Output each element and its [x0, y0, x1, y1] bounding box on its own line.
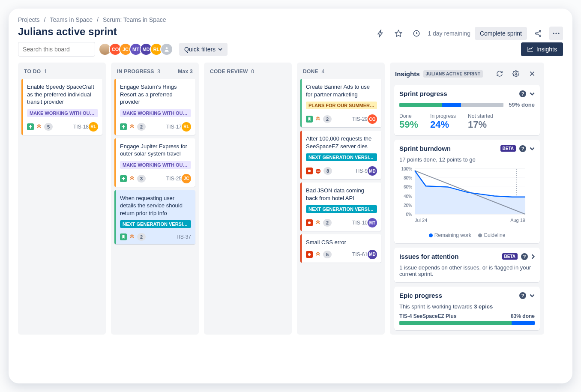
breadcrumb-link[interactable]: Teams in Space: [50, 16, 93, 23]
issue-card[interactable]: Bad JSON data coming back from hotel API…: [300, 183, 381, 231]
column-codereview: CODE REVIEW 0: [204, 63, 292, 335]
breadcrumb-link[interactable]: Scrum: Teams in Space: [103, 16, 166, 23]
bug-issuetype-icon: [306, 168, 313, 174]
issue-key[interactable]: TIS-9: [355, 168, 368, 174]
search-field[interactable]: [22, 45, 99, 53]
column-title: CODE REVIEW: [210, 69, 248, 75]
issue-card[interactable]: When requesting user details the service…: [114, 190, 195, 245]
svg-point-8: [166, 47, 168, 49]
priority-medium-icon: [36, 124, 42, 130]
column-max: Max 3: [178, 69, 193, 75]
chevron-right-icon: [531, 254, 535, 259]
svg-point-9: [308, 170, 311, 172]
priority-medium-icon: [129, 124, 135, 130]
help-icon[interactable]: ?: [519, 145, 526, 152]
story-points-badge: 5: [323, 251, 332, 258]
avatar-MT: MT: [368, 218, 377, 227]
help-icon[interactable]: ?: [519, 292, 526, 299]
avatar-MD: MD: [368, 250, 377, 259]
avatar-GH[interactable]: [160, 43, 173, 56]
help-icon[interactable]: ?: [519, 90, 526, 97]
refresh-icon[interactable]: [493, 67, 506, 81]
app-surface: Projects/ Teams in Space/ Scrum: Teams i…: [9, 9, 572, 383]
issue-key[interactable]: TIS-29: [352, 116, 368, 122]
svg-point-4: [553, 33, 554, 34]
svg-text:80%: 80%: [404, 176, 412, 180]
beta-badge: BETA: [500, 145, 516, 152]
title-actions: 1 day remaining Complete sprint: [374, 27, 563, 40]
epic-chip[interactable]: MAKE WORKING WITH OUR ...: [120, 109, 191, 117]
assignee-filter-avatars[interactable]: COJCMTMDRL: [101, 43, 173, 56]
card-title: Sprint burndown: [399, 145, 451, 152]
story-points-badge: 2: [323, 219, 332, 227]
issue-key[interactable]: TIS-10: [352, 220, 368, 226]
issue-key[interactable]: TIS-25: [166, 176, 182, 182]
bookmark-issuetype-icon: [306, 116, 313, 123]
bug-issuetype-icon: [306, 219, 313, 226]
avatar-CO: CO: [368, 114, 377, 124]
column-header: IN PROGRESS 3Max 3: [114, 66, 195, 79]
epic-progress-bar: [399, 321, 535, 325]
svg-text:40%: 40%: [404, 194, 412, 199]
star-icon[interactable]: [392, 27, 405, 40]
chevron-down-icon[interactable]: [530, 294, 535, 297]
issues-attention-card[interactable]: Issues for attention BETA ? 1 issue depe…: [394, 248, 540, 282]
insights-header: Insights JULIANS ACTIVE SPRINT: [390, 63, 544, 85]
issue-key[interactable]: TIS-61: [352, 251, 368, 257]
issue-key[interactable]: TIS-17: [166, 124, 182, 130]
svg-text:0%: 0%: [406, 212, 413, 217]
svg-text:20%: 20%: [404, 203, 412, 208]
complete-sprint-button[interactable]: Complete sprint: [475, 27, 527, 40]
bug-issuetype-icon: [306, 251, 313, 258]
issue-key[interactable]: TIS-18: [73, 124, 89, 130]
column-count: 0: [251, 69, 254, 75]
issue-key[interactable]: TIS-37: [176, 234, 191, 240]
column-inprogress: IN PROGRESS 3Max 3Engage Saturn's Rings …: [111, 63, 199, 335]
card-summary: Create Banner Ads to use for partner mar…: [306, 83, 377, 98]
card-title: Epic progress: [399, 292, 442, 299]
card-summary: After 100,000 requests the SeeSpaceEZ se…: [306, 135, 377, 150]
insights-button[interactable]: Insights: [521, 42, 563, 56]
epic-chip[interactable]: NEXT GENERATION VERSIO...: [306, 205, 377, 213]
stat-not-started: Not started17%: [468, 113, 493, 130]
story-points-badge: 2: [137, 233, 146, 241]
breadcrumb-link[interactable]: Projects: [18, 16, 40, 23]
svg-text:Aug 19: Aug 19: [510, 218, 525, 223]
column-title: DONE: [303, 69, 318, 75]
svg-point-3: [539, 35, 541, 36]
issue-card[interactable]: Engage Saturn's Rings Resort as a prefer…: [114, 79, 195, 135]
days-remaining: 1 day remaining: [428, 30, 470, 37]
share-icon[interactable]: [531, 27, 545, 40]
stat-in-progress: In progress24%: [430, 113, 456, 130]
quick-filters-button[interactable]: Quick filters: [179, 43, 228, 56]
chevron-down-icon[interactable]: [530, 147, 535, 150]
card-title: Sprint progress: [399, 90, 447, 97]
epic-chip[interactable]: MAKE WORKING WITH OUR ...: [27, 109, 98, 117]
issue-card[interactable]: Small CSS error5TIS-61MD: [300, 234, 381, 263]
chevron-down-icon[interactable]: [530, 92, 535, 96]
stat-done: Done59%: [399, 113, 418, 130]
close-icon[interactable]: [525, 67, 539, 81]
issue-card[interactable]: Create Banner Ads to use for partner mar…: [300, 79, 381, 127]
svg-point-6: [558, 33, 559, 34]
epic-chip[interactable]: NEXT GENERATION VERSIO...: [120, 220, 191, 228]
search-input[interactable]: [18, 42, 95, 57]
more-icon[interactable]: [549, 27, 563, 40]
epic-chip[interactable]: PLANS FOR OUR SUMMER S...: [306, 102, 377, 109]
story-points-badge: 5: [44, 123, 53, 131]
column-header: DONE 4: [300, 66, 381, 79]
progress-done-label: 59% done: [509, 102, 535, 108]
priority-medium-icon: [315, 116, 321, 122]
help-icon[interactable]: ?: [521, 253, 528, 260]
column-title: IN PROGRESS: [117, 69, 154, 75]
issue-card[interactable]: Enable Speedy SpaceCraft as the preferre…: [21, 79, 102, 135]
issue-card[interactable]: Engage Jupiter Express for outer solar s…: [114, 138, 195, 187]
epic-chip[interactable]: NEXT GENERATION VERSIO...: [306, 153, 377, 161]
epic-chip[interactable]: MAKE WORKING WITH OUR ...: [120, 161, 191, 169]
issue-card[interactable]: After 100,000 requests the SeeSpaceEZ se…: [300, 131, 381, 179]
card-summary: Enable Speedy SpaceCraft as the preferre…: [27, 83, 98, 106]
story-points-badge: 2: [323, 115, 332, 123]
card-summary: Bad JSON data coming back from hotel API: [306, 187, 377, 202]
automation-icon[interactable]: [374, 27, 387, 40]
settings-icon[interactable]: [509, 67, 523, 81]
